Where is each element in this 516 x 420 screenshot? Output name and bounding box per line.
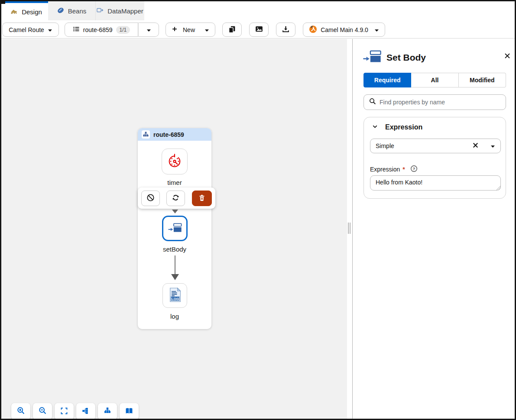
edge-arrowhead-timer-setbody — [172, 210, 178, 213]
node-timer[interactable] — [162, 149, 188, 174]
tab-beans[interactable]: Beans — [48, 1, 95, 20]
app-tab-bar: Design Beans DataMapper — [0, 0, 516, 20]
runtime-label: Camel Main 4.9.0 — [321, 26, 368, 33]
camel-logo-icon — [309, 25, 317, 35]
vertical-layout-icon — [104, 407, 111, 416]
tab-datamapper-label: DataMapper — [107, 7, 143, 15]
select-caret-button[interactable] — [490, 143, 495, 149]
route-count-badge: 1/1 — [116, 26, 130, 34]
trash-icon — [198, 194, 206, 203]
expression-value-textarea[interactable]: Hello from Kaoto! — [370, 175, 501, 191]
bean-icon — [57, 7, 64, 15]
horizontal-layout-button[interactable] — [76, 403, 95, 420]
expression-section-title: Expression — [385, 123, 422, 131]
panel-resize-handle[interactable] — [348, 223, 351, 234]
timer-icon — [166, 152, 183, 171]
route-name: route-6859 — [83, 26, 113, 33]
filter-tab-all[interactable]: All — [411, 73, 458, 87]
tab-datamapper[interactable]: DataMapper — [95, 1, 144, 20]
refresh-icon — [172, 194, 180, 203]
caret-down-icon — [146, 26, 151, 33]
node-setbody-label: setBody — [138, 246, 211, 253]
edge-setbody-log — [175, 255, 175, 275]
setbody-icon — [362, 49, 382, 65]
export-image-button[interactable] — [249, 23, 269, 37]
properties-panel: Set Body Required All Modified Expressio… — [353, 39, 516, 420]
expand-icon — [60, 407, 68, 416]
zoom-out-icon — [39, 407, 47, 416]
list-icon — [73, 26, 80, 34]
plus-icon — [172, 26, 178, 33]
fit-to-screen-button[interactable] — [55, 403, 74, 420]
edge-arrowhead-setbody-log — [171, 274, 179, 280]
properties-search — [363, 94, 506, 110]
route-tree-icon — [142, 130, 150, 139]
collapse-section-button[interactable] — [372, 123, 378, 131]
required-marker: * — [402, 166, 405, 173]
copy-icon — [228, 26, 236, 34]
close-icon — [504, 52, 511, 61]
expression-language-input[interactable] — [376, 142, 473, 149]
expression-section: Expression Expression * ? Hello from Kao… — [363, 117, 506, 199]
log-icon: LOG — [167, 287, 183, 304]
route-group-header[interactable]: route-6859 — [138, 128, 211, 141]
filter-tab-modified[interactable]: Modified — [459, 73, 506, 87]
route-canvas[interactable]: route-6859 timer setBody LOG log — [0, 39, 347, 420]
horizontal-layout-icon — [82, 407, 90, 416]
flow-type-label: Camel Route — [9, 26, 44, 33]
book-icon — [125, 407, 133, 416]
new-route-dropdown[interactable]: New — [166, 23, 215, 37]
filter-tab-required[interactable]: Required — [363, 73, 411, 87]
caret-down-icon — [48, 26, 52, 33]
caret-down-icon — [204, 26, 209, 33]
clear-selection-button[interactable] — [473, 142, 478, 149]
panel-title-row: Set Body — [362, 49, 426, 65]
clear-x-icon — [473, 142, 478, 149]
expression-language-select — [370, 139, 501, 153]
setbody-icon — [168, 222, 182, 235]
tab-beans-label: Beans — [68, 7, 87, 15]
replace-node-button[interactable] — [166, 191, 185, 206]
download-icon — [282, 26, 289, 34]
expression-field-label: Expression — [370, 166, 400, 173]
zoom-in-icon — [17, 407, 25, 416]
zoom-in-button[interactable] — [11, 403, 30, 420]
flow-type-dropdown[interactable]: Camel Route — [2, 23, 59, 37]
caret-down-icon — [490, 143, 495, 149]
vertical-layout-button[interactable] — [98, 403, 117, 420]
node-log-label: log — [138, 313, 211, 320]
svg-text:?: ? — [412, 166, 415, 171]
image-icon — [255, 26, 263, 34]
ban-icon — [146, 194, 155, 203]
datamapper-icon — [97, 7, 104, 15]
window-corner-notch — [0, 0, 5, 4]
design-toolbar: Camel Route route-6859 1/1 New Camel Mai… — [0, 20, 516, 39]
search-input[interactable] — [380, 99, 500, 106]
tab-design[interactable]: Design — [4, 1, 48, 20]
delete-node-button[interactable] — [192, 191, 212, 206]
panel-title: Set Body — [386, 52, 426, 63]
help-icon[interactable]: ? — [410, 165, 418, 174]
expression-field-label-row: Expression * ? — [370, 165, 418, 174]
properties-filter-toggle: Required All Modified — [363, 73, 506, 87]
zoom-out-button[interactable] — [33, 403, 52, 420]
caret-down-icon — [374, 26, 379, 33]
catalog-book-button[interactable] — [120, 403, 139, 420]
route-selector-caret-button[interactable] — [138, 23, 159, 37]
node-log[interactable]: LOG — [162, 283, 187, 308]
node-context-toolbar — [138, 187, 215, 209]
canvas-controls — [11, 403, 139, 420]
runtime-dropdown[interactable]: Camel Main 4.9.0 — [303, 23, 385, 37]
camel-icon — [10, 8, 18, 16]
copy-button[interactable] — [222, 23, 242, 37]
disable-node-button[interactable] — [141, 191, 160, 206]
search-icon — [369, 98, 376, 107]
route-group-label: route-6859 — [153, 131, 184, 138]
download-button[interactable] — [276, 23, 295, 37]
node-setbody[interactable] — [162, 216, 188, 241]
chevron-down-icon — [372, 123, 378, 131]
tab-design-label: Design — [22, 8, 42, 16]
svg-text:LOG: LOG — [171, 297, 179, 300]
close-panel-button[interactable] — [503, 52, 512, 61]
route-selector-button[interactable]: route-6859 1/1 — [65, 23, 138, 37]
